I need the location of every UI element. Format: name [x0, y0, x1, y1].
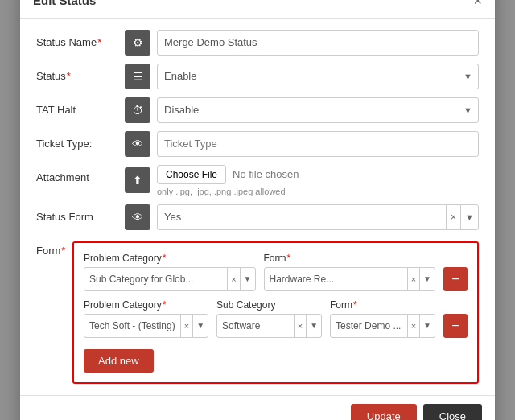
sub-category-clear[interactable]: × [295, 315, 306, 337]
tat-halt-label: TAT Halt [36, 97, 125, 116]
status-name-row: Status Name* ⚙ [36, 30, 479, 56]
upload-icon: ⬆ [125, 167, 150, 193]
form-sub-row-1: Problem Category* Sub Category for Glob.… [84, 253, 468, 291]
form-clear-2[interactable]: × [408, 315, 419, 337]
form-col-1: Form* Hardware Re... × ▼ [264, 253, 436, 291]
form-col-2: Form* Tester Demo ... × ▼ [330, 299, 435, 338]
problem-category-select-1: Sub Category for Glob... × ▼ [84, 267, 256, 291]
ticket-type-input[interactable] [157, 131, 479, 157]
form-sub-row-2: Problem Category* Tech Soft - (Testing) … [84, 299, 468, 338]
add-new-button[interactable]: Add new [84, 349, 154, 373]
list-icon: ☰ [125, 64, 150, 89]
remove-row-1-button[interactable]: − [443, 267, 468, 291]
form-dropdown-1[interactable]: ▼ [419, 268, 435, 290]
sub-category-col: Sub Category Software × ▼ [216, 299, 322, 338]
close-button[interactable]: Close [423, 404, 482, 421]
ticket-type-field: 👁 [125, 131, 479, 157]
clock-icon: ⏱ [125, 97, 150, 123]
sub-category-value: Software [217, 317, 294, 335]
attachment-hint: only .jpg, .jpg, .png .jpeg allowed [157, 187, 479, 196]
form-section: Problem Category* Sub Category for Glob.… [72, 241, 479, 384]
tat-halt-select[interactable]: Disable Enable [157, 97, 479, 123]
attachment-row: Attachment ⬆ Choose File No file chosen … [36, 165, 479, 196]
attachment-input-row: Choose File No file chosen [157, 165, 479, 184]
problem-category-label-2: Problem Category* [84, 299, 208, 311]
status-form-label: Status Form [36, 204, 125, 223]
status-name-label: Status Name* [36, 30, 125, 48]
update-button[interactable]: Update [351, 404, 417, 421]
tat-halt-field: ⏱ Disable Enable ▼ [125, 97, 479, 123]
form-clear-1[interactable]: × [408, 268, 419, 290]
form-label-1: Form* [264, 253, 436, 264]
form-select-1: Hardware Re... × ▼ [264, 267, 436, 291]
eye-icon: 👁 [125, 131, 150, 157]
status-name-field: ⚙ [125, 30, 479, 56]
problem-category-col-2: Problem Category* Tech Soft - (Testing) … [84, 299, 208, 338]
status-form-value: Yes [158, 207, 446, 227]
status-form-field: 👁 Yes × ▼ [125, 204, 479, 230]
status-form-clear-button[interactable]: × [447, 205, 460, 229]
problem-category-label-1: Problem Category* [84, 253, 256, 264]
problem-category-value-1: Sub Category for Glob... [84, 270, 227, 288]
problem-category-clear-2[interactable]: × [181, 315, 192, 337]
sub-category-dropdown[interactable]: ▼ [306, 315, 321, 337]
attachment-area: Choose File No file chosen only .jpg, .j… [157, 165, 479, 196]
status-form-dropdown-button[interactable]: ▼ [460, 205, 478, 229]
attachment-label: Attachment [36, 165, 125, 183]
settings-icon: ⚙ [125, 30, 150, 56]
form-value-1: Hardware Re... [265, 270, 407, 288]
no-file-text: No file chosen [233, 168, 299, 180]
status-row: Status* ☰ Enable Disable ▼ [36, 64, 479, 89]
status-select-wrapper: Enable Disable ▼ [157, 64, 479, 89]
problem-category-value-2: Tech Soft - (Testing) [84, 317, 180, 335]
status-label: Status* [36, 64, 125, 82]
status-form-row: Status Form 👁 Yes × ▼ [36, 204, 479, 230]
remove-row-2-button[interactable]: − [443, 314, 468, 338]
attachment-field: ⬆ Choose File No file chosen only .jpg, … [125, 165, 479, 196]
status-name-input[interactable] [157, 30, 479, 56]
eye-icon-2: 👁 [125, 204, 150, 230]
modal-title: Edit Status [33, 0, 96, 7]
choose-file-button[interactable]: Choose File [157, 165, 226, 184]
problem-category-col-1: Problem Category* Sub Category for Glob.… [84, 253, 256, 291]
problem-category-clear-1[interactable]: × [228, 268, 239, 290]
modal-overlay: Edit Status × Status Name* ⚙ Status* [0, 0, 515, 420]
status-form-select-btns: × ▼ [446, 205, 478, 229]
modal-close-button[interactable]: × [473, 0, 482, 8]
form-select-2: Tester Demo ... × ▼ [330, 314, 435, 338]
ticket-type-row: Ticket Type: 👁 [36, 131, 479, 157]
edit-status-modal: Edit Status × Status Name* ⚙ Status* [20, 0, 495, 420]
form-label-2: Form* [330, 299, 435, 311]
form-value-2: Tester Demo ... [331, 317, 407, 335]
status-form-select-control: Yes × ▼ [157, 204, 479, 230]
tat-halt-select-wrapper: Disable Enable ▼ [157, 97, 479, 123]
sub-category-select: Software × ▼ [216, 314, 322, 338]
status-field: ☰ Enable Disable ▼ [125, 64, 479, 89]
status-select[interactable]: Enable Disable [157, 64, 479, 89]
problem-category-dropdown-2[interactable]: ▼ [192, 315, 208, 337]
modal-footer: Update Close [20, 395, 495, 421]
problem-category-select-2: Tech Soft - (Testing) × ▼ [84, 314, 208, 338]
form-section-wrapper: Form* Problem Category* Sub Category for… [36, 238, 479, 384]
required-star: * [97, 36, 101, 48]
ticket-type-label: Ticket Type: [36, 131, 125, 150]
form-dropdown-2[interactable]: ▼ [419, 315, 435, 337]
modal-body: Status Name* ⚙ Status* ☰ Enable [20, 19, 495, 395]
sub-category-label: Sub Category [216, 299, 322, 311]
modal-header: Edit Status × [20, 0, 495, 19]
tat-halt-row: TAT Halt ⏱ Disable Enable ▼ [36, 97, 479, 123]
problem-category-dropdown-1[interactable]: ▼ [240, 268, 255, 290]
form-section-label: Form* [36, 238, 72, 257]
